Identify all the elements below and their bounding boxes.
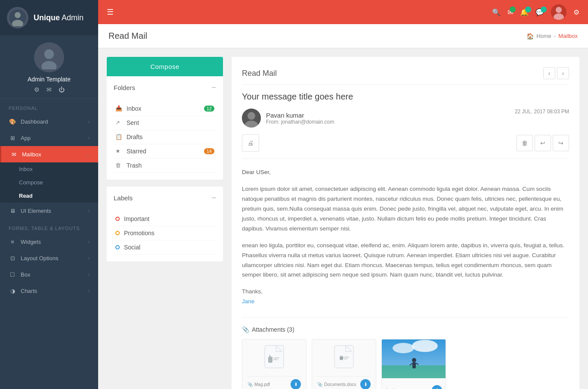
- sidebar-item-charts-label: Charts: [21, 288, 37, 294]
- label-important[interactable]: Important: [114, 212, 216, 226]
- topbar-avatar[interactable]: [551, 4, 566, 20]
- sidebar-item-dashboard-label: Dashboard: [21, 118, 48, 125]
- forward-button[interactable]: ↪: [553, 135, 569, 151]
- paperclip-icon: 📎: [242, 326, 249, 333]
- chat-icon[interactable]: 💬: [535, 8, 544, 16]
- chevron-right-icon: ›: [88, 136, 90, 140]
- compose-button[interactable]: Compose: [107, 57, 223, 76]
- mail-prev-button[interactable]: ‹: [543, 67, 555, 79]
- folder-inbox-label: Inbox: [127, 105, 141, 112]
- app-icon: ⊞: [9, 134, 16, 142]
- sidebar-item-dashboard[interactable]: 🎨 Dashboard ›: [0, 113, 98, 130]
- folder-drafts-label: Drafts: [127, 134, 142, 140]
- label-promotions[interactable]: Promotions: [114, 226, 216, 240]
- main: ☰ 🔍 ✉ 🔔 💬 ⚙ Read Mail 🏠: [98, 0, 588, 389]
- attachment-docx-footer: 📎 Documents.docx ⬇: [317, 376, 371, 389]
- pdf-download-button[interactable]: ⬇: [291, 379, 301, 389]
- sidebar-item-ui-elements-label: UI Elements: [21, 208, 51, 214]
- mail-next-button[interactable]: ›: [557, 67, 569, 79]
- label-social-label: Social: [124, 244, 140, 251]
- sidebar-item-widgets[interactable]: ≡ Widgets ›: [0, 233, 98, 250]
- settings-icon[interactable]: ⚙: [34, 86, 40, 93]
- sidebar-item-app[interactable]: ⊞ App ›: [0, 130, 98, 146]
- sidebar-item-layout-options[interactable]: ⊡ Layout Options ›: [0, 250, 98, 266]
- sidebar-item-box-label: Box: [21, 271, 30, 278]
- chat-badge: [541, 6, 547, 12]
- svg-point-24: [393, 343, 414, 353]
- submenu-read[interactable]: Read: [0, 189, 98, 202]
- star-icon: ★: [115, 148, 122, 155]
- print-button[interactable]: 🖨: [242, 134, 259, 152]
- labels-panel: Labels − Important Promotions Social: [107, 187, 223, 261]
- sender-email-value: jonathan@domain.com: [281, 119, 334, 125]
- sidebar-item-layout-options-label: Layout Options: [21, 255, 58, 261]
- labels-header: Labels −: [114, 193, 216, 206]
- sidebar-item-mailbox[interactable]: ✉ Mailbox ⌄: [0, 146, 98, 162]
- svg-point-10: [248, 112, 255, 120]
- sender-name: Pavan kumar: [266, 112, 334, 119]
- section-forms-label: FORMS, TABLE & LAYOUTS: [0, 219, 98, 233]
- search-icon[interactable]: 🔍: [492, 8, 501, 16]
- folder-inbox[interactable]: 📥 Inbox 12: [114, 102, 216, 116]
- folder-starred[interactable]: ★ Starred 14: [114, 144, 216, 159]
- sidebar-item-ui-elements[interactable]: 🖥 UI Elements ›: [0, 202, 98, 219]
- delete-button[interactable]: 🗑: [517, 135, 533, 151]
- folders-title: Folders: [114, 84, 135, 91]
- sidebar-brand-text: Unique Admin: [34, 13, 84, 22]
- mail-navigation: ‹ ›: [543, 67, 569, 79]
- sidebar-brand: Unique Admin: [0, 0, 98, 35]
- power-icon[interactable]: ⏻: [59, 86, 65, 93]
- submenu-compose[interactable]: Compose: [0, 176, 98, 189]
- svg-text:W: W: [340, 356, 344, 360]
- action-buttons: 🗑 ↩ ↪: [517, 135, 569, 151]
- sidebar-item-box[interactable]: ☐ Box ›: [0, 266, 98, 283]
- mail-icon[interactable]: ✉: [46, 86, 52, 93]
- mail-topbar-icon[interactable]: ✉: [508, 8, 513, 16]
- sent-icon: ↗: [115, 119, 122, 126]
- folder-trash[interactable]: 🗑 Trash: [114, 159, 216, 173]
- topbar: ☰ 🔍 ✉ 🔔 💬 ⚙: [98, 0, 588, 24]
- left-panel: Compose Folders − 📥 Inbox 12: [107, 57, 223, 261]
- attachment-docx: W 📎 Documents.docx ⬇: [312, 339, 376, 389]
- dashboard-icon: 🎨: [9, 118, 16, 125]
- mail-subject: Your message title goes here: [242, 92, 569, 102]
- submenu-inbox[interactable]: Inbox: [0, 162, 98, 176]
- svg-rect-17: [334, 345, 353, 368]
- notifications-badge: [525, 6, 531, 12]
- folder-trash-label: Trash: [127, 162, 142, 169]
- label-social[interactable]: Social: [114, 240, 216, 255]
- trash-icon: 🗑: [115, 162, 122, 169]
- breadcrumb-home: Home: [536, 33, 551, 39]
- mail-date: 22 JUL. 2017 08:03 PM: [515, 109, 569, 115]
- mailbox-submenu: Inbox Compose Read: [0, 162, 98, 202]
- folder-drafts[interactable]: 📋 Drafts: [114, 130, 216, 144]
- mail-body-p2: enean leo ligula, porttitor eu, consequa…: [242, 241, 569, 280]
- sign-name: Jane: [242, 298, 254, 305]
- gear-topbar-icon[interactable]: ⚙: [573, 8, 579, 16]
- mail-content-header: Read Mail ‹ ›: [242, 67, 569, 85]
- attachments-section: 📎 Attachments (3): [242, 317, 569, 389]
- sidebar-item-charts[interactable]: ◑ Charts ›: [0, 283, 98, 299]
- docx-download-button[interactable]: ⬇: [360, 379, 371, 389]
- inner-content: Compose Folders − 📥 Inbox 12: [98, 48, 588, 389]
- menu-toggle-button[interactable]: ☰: [107, 7, 114, 17]
- sender-email: From: jonathan@domain.com: [266, 119, 334, 125]
- notifications-icon[interactable]: 🔔: [520, 8, 529, 16]
- svg-point-7: [556, 7, 562, 13]
- labels-collapse-button[interactable]: −: [211, 193, 216, 202]
- box-icon: ☐: [9, 271, 16, 278]
- inbox-badge: 12: [204, 106, 214, 112]
- label-promotions-label: Promotions: [124, 230, 155, 237]
- social-dot: [115, 245, 120, 249]
- reply-button[interactable]: ↩: [535, 135, 551, 151]
- folders-header: Folders −: [114, 83, 216, 96]
- layout-options-icon: ⊡: [9, 254, 16, 262]
- folders-collapse-button[interactable]: −: [211, 83, 216, 92]
- sidebar-item-widgets-label: Widgets: [21, 239, 41, 245]
- folder-sent-label: Sent: [127, 119, 139, 126]
- image-download-button[interactable]: ⬇: [432, 385, 442, 389]
- attachments-title-text: Attachments (3): [252, 326, 294, 333]
- chevron-right-icon: ›: [88, 209, 90, 213]
- breadcrumb: 🏠 Home › Mailbox: [526, 33, 578, 40]
- folder-sent[interactable]: ↗ Sent: [114, 116, 216, 130]
